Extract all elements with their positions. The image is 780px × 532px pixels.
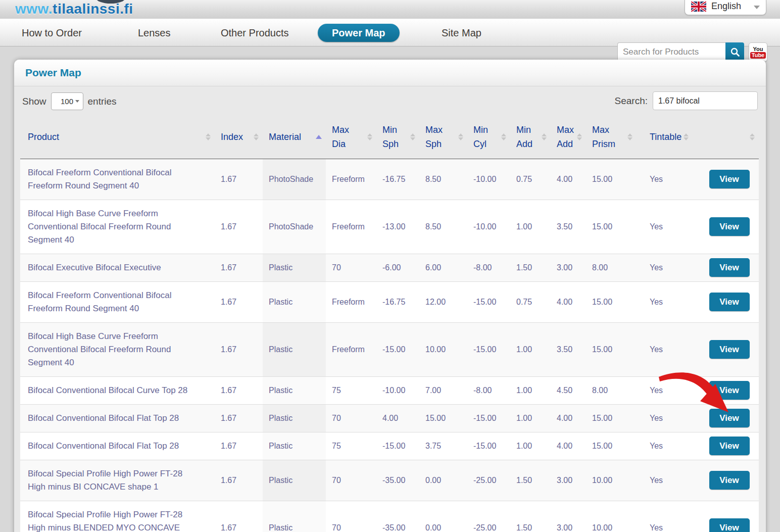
table-row: Bifocal High Base Curve Freeform Convent… <box>20 200 759 254</box>
table-controls: Show 100 entries Search: <box>14 86 766 116</box>
sort-icon <box>206 133 211 140</box>
sort-icon <box>750 133 755 140</box>
table-search-input[interactable] <box>653 91 758 110</box>
column-header-max-sph[interactable]: Max Sph <box>419 116 467 159</box>
sort-icon <box>367 133 372 140</box>
cell-tintable: Yes <box>637 376 700 404</box>
cell-max-dia: Freeform <box>326 200 376 254</box>
table-row: Bifocal Freeform Conventional Bifocal Fr… <box>20 159 759 200</box>
cell-max-dia: Freeform <box>326 159 376 200</box>
column-header-max-add[interactable]: Max Add <box>551 116 586 159</box>
cell-action: View <box>700 376 759 404</box>
cell-min-cyl: -10.00 <box>467 159 510 200</box>
entries-select[interactable]: 100 <box>51 92 83 110</box>
nav-item-how-to-order[interactable]: How to Order <box>22 19 82 47</box>
product-search-input[interactable] <box>617 42 725 62</box>
cell-max-prism: 15.00 <box>586 159 637 200</box>
show-label: Show <box>22 96 46 107</box>
table-row: Bifocal Conventional Bifocal Flat Top 28… <box>20 432 759 460</box>
cell-max-prism: 15.00 <box>586 404 637 432</box>
sort-icon <box>254 133 259 140</box>
column-header-index[interactable]: Index <box>215 116 263 159</box>
cell-material: Plastic <box>263 501 326 532</box>
column-header-min-sph[interactable]: Min Sph <box>376 116 419 159</box>
main-navigation: How to Order Lenses Other Products Power… <box>0 19 780 46</box>
table-row: Bifocal Executive Bifocal Executive 1.67… <box>20 254 759 281</box>
nav-item-lenses[interactable]: Lenses <box>138 19 171 47</box>
cell-min-add: 0.75 <box>510 159 551 200</box>
table-row: Bifocal Freeform Conventional Bifocal Fr… <box>20 281 759 322</box>
table-body: Bifocal Freeform Conventional Bifocal Fr… <box>20 159 759 532</box>
view-button[interactable]: View <box>709 258 750 277</box>
view-button[interactable]: View <box>709 471 750 490</box>
cell-tintable: Yes <box>637 254 700 281</box>
cell-max-prism: 15.00 <box>586 322 637 376</box>
column-header-tintable[interactable]: Tintable <box>637 116 700 159</box>
cell-min-sph: -35.00 <box>376 460 419 501</box>
column-header-min-add[interactable]: Min Add <box>510 116 551 159</box>
cell-max-sph: 0.00 <box>419 460 467 501</box>
cell-max-add: 4.00 <box>551 432 586 460</box>
cell-tintable: Yes <box>637 200 700 254</box>
cell-min-cyl: -15.00 <box>467 432 510 460</box>
youtube-icon[interactable]: You Tube <box>749 42 767 62</box>
cell-max-dia: 70 <box>326 501 376 532</box>
cell-max-sph: 8.50 <box>419 200 467 254</box>
search-button[interactable] <box>725 42 744 62</box>
cell-index: 1.67 <box>215 501 263 532</box>
cell-max-dia: 75 <box>326 432 376 460</box>
view-button[interactable]: View <box>709 518 750 532</box>
language-selector[interactable]: English <box>685 0 766 15</box>
view-button[interactable]: View <box>709 340 750 359</box>
view-button[interactable]: View <box>709 217 750 236</box>
cell-min-sph: 4.00 <box>376 404 419 432</box>
column-header-max-prism[interactable]: Max Prism <box>586 116 637 159</box>
site-logo[interactable]: www.tilaalinssi.fi <box>15 1 133 17</box>
nav-item-other-products[interactable]: Other Products <box>221 19 289 47</box>
table-row: Bifocal Conventional Bifocal Curve Top 2… <box>20 376 759 404</box>
column-header-material[interactable]: Material <box>263 116 326 159</box>
nav-item-power-map[interactable]: Power Map <box>318 24 400 42</box>
view-button[interactable]: View <box>709 293 750 311</box>
table-row: Bifocal Special Profile High Power FT-28… <box>20 460 759 501</box>
sort-icon <box>410 133 415 140</box>
view-button[interactable]: View <box>709 437 750 455</box>
cell-product: Bifocal High Base Curve Freeform Convent… <box>20 322 215 376</box>
page-title: Power Map <box>25 67 81 79</box>
view-button[interactable]: View <box>709 381 750 400</box>
cell-max-sph: 15.00 <box>419 404 467 432</box>
panel-title-bar: Power Map <box>14 60 766 86</box>
cell-min-add: 1.00 <box>510 376 551 404</box>
cell-index: 1.67 <box>215 376 263 404</box>
cell-tintable: Yes <box>637 432 700 460</box>
cell-max-add: 3.50 <box>551 322 586 376</box>
column-header-min-cyl[interactable]: Min Cyl <box>467 116 510 159</box>
cell-max-sph: 8.50 <box>419 159 467 200</box>
cell-product: Bifocal Special Profile High Power FT-28… <box>20 501 215 532</box>
cell-material: Plastic <box>263 460 326 501</box>
cell-action: View <box>700 460 759 501</box>
cell-max-add: 4.00 <box>551 281 586 322</box>
cell-min-cyl: -15.00 <box>467 281 510 322</box>
chevron-down-icon <box>754 6 760 9</box>
cell-max-prism: 10.00 <box>586 460 637 501</box>
cell-tintable: Yes <box>637 322 700 376</box>
power-map-panel: Power Map Show 100 entries Search: Produ… <box>14 60 766 532</box>
cell-min-sph: -6.00 <box>376 254 419 281</box>
cell-min-sph: -16.75 <box>376 159 419 200</box>
cell-max-dia: 75 <box>326 376 376 404</box>
chevron-down-icon <box>75 100 79 103</box>
nav-item-site-map[interactable]: Site Map <box>442 19 481 47</box>
cell-index: 1.67 <box>215 200 263 254</box>
column-header-actions[interactable] <box>700 116 759 159</box>
cell-material: Plastic <box>263 376 326 404</box>
column-header-product[interactable]: Product <box>20 116 215 159</box>
cell-max-add: 3.00 <box>551 254 586 281</box>
view-button[interactable]: View <box>709 170 750 188</box>
youtube-tube-text: Tube <box>750 52 766 59</box>
cell-action: View <box>700 432 759 460</box>
column-header-max-dia[interactable]: Max Dia <box>326 116 376 159</box>
view-button[interactable]: View <box>709 409 750 427</box>
cell-index: 1.67 <box>215 460 263 501</box>
search-icon <box>730 47 740 57</box>
